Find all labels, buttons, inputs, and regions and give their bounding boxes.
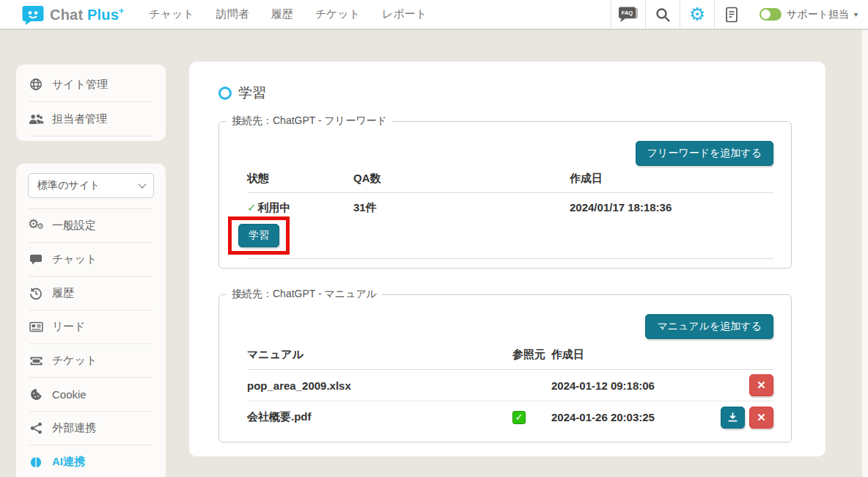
created-cell: 2024-01-26 20:03:25 <box>551 411 715 423</box>
site-select-value: 標準のサイト <box>37 179 100 192</box>
close-icon: ✕ <box>757 379 766 392</box>
learning-panel: 学習 接続先：ChatGPT - フリーワード フリーワードを追加する 状態 Q… <box>189 62 825 456</box>
settings-button[interactable]: ⚙ <box>680 0 714 29</box>
nav-item-report[interactable]: レポート <box>382 7 427 21</box>
col-header-manual: マニュアル <box>247 348 512 362</box>
col-header-created: 作成日 <box>551 348 715 362</box>
chevron-down-icon <box>138 180 146 188</box>
nav-item-chat[interactable]: チャット <box>149 7 194 21</box>
download-button[interactable] <box>721 407 745 429</box>
nav-right-tools: FAQ ⚙ サポート担当 ▾ <box>611 0 858 29</box>
sidebar-item-history[interactable]: 履歴 <box>16 277 166 310</box>
sidebar-item-label: Cookie <box>52 388 87 401</box>
manual-name: 会社概要.pdf <box>247 410 512 424</box>
learn-button[interactable]: 学習 <box>238 224 279 247</box>
row-actions: ✕ <box>715 407 773 429</box>
manual-legend: 接続先：ChatGPT - マニュアル <box>227 288 382 301</box>
manual-table: マニュアル 参照元 作成日 pop_area_2009.xlsx 2024-01… <box>247 345 773 433</box>
history-icon <box>28 287 44 300</box>
col-header-qa-count: QA数 <box>353 172 570 186</box>
top-navbar: Chat Plus+ チャット 訪問者 履歴 チケット レポート FAQ ⚙ <box>0 0 868 30</box>
page-title: 学習 <box>218 84 792 103</box>
nav-item-ticket[interactable]: チケット <box>315 7 360 21</box>
sidebar-item-general[interactable]: ⚙⚙ 一般設定 <box>16 209 166 242</box>
site-select[interactable]: 標準のサイト <box>28 173 154 198</box>
status-cell: ✓利用中 <box>247 201 353 215</box>
chevron-down-icon: ▾ <box>854 10 858 18</box>
freeword-fieldset: 接続先：ChatGPT - フリーワード フリーワードを追加する 状態 QA数 … <box>218 114 792 269</box>
table-row: ✓利用中 31件 2024/01/17 18:18:36 <box>247 193 773 216</box>
sidebar-item-cookie[interactable]: Cookie <box>16 378 166 411</box>
chat-bubble-icon <box>28 254 44 266</box>
sidebar-item-label: AI連携 <box>52 455 85 469</box>
check-icon: ✓ <box>247 201 257 214</box>
online-toggle[interactable] <box>760 8 781 21</box>
svg-text:FAQ: FAQ <box>622 10 633 16</box>
id-card-icon <box>28 321 44 332</box>
col-header-reference: 参照元 <box>512 348 551 362</box>
freeword-legend: 接続先：ChatGPT - フリーワード <box>227 114 392 128</box>
col-header-status: 状態 <box>247 172 353 186</box>
sidebar-settings-card: 標準のサイト ⚙⚙ 一般設定 チャット 履歴 <box>16 164 166 477</box>
globe-icon <box>28 78 44 91</box>
brain-icon <box>28 456 44 468</box>
reference-checkbox[interactable]: ✓ <box>512 411 526 424</box>
freeword-table: 状態 QA数 作成日 ✓利用中 31件 2024/01/17 18:18:36 … <box>247 169 773 259</box>
sidebar-item-label: チケット <box>52 354 97 368</box>
sidebar-item-chat[interactable]: チャット <box>16 243 166 276</box>
faq-icon: FAQ <box>617 6 639 23</box>
annotation-highlight-box: 学習 <box>228 216 290 255</box>
users-icon <box>28 113 44 125</box>
table-header-row: マニュアル 参照元 作成日 <box>247 345 773 370</box>
sidebar-item-label: リード <box>52 320 86 334</box>
circle-icon <box>218 87 232 100</box>
document-button[interactable] <box>714 0 749 29</box>
table-row: 会社概要.pdf ✓ 2024-01-26 20:03:25 ✕ <box>247 401 773 433</box>
delete-button[interactable]: ✕ <box>749 374 773 396</box>
learn-button-area: 学習 <box>247 218 773 259</box>
check-icon: ✓ <box>515 412 523 423</box>
manual-name: pop_area_2009.xlsx <box>247 379 512 392</box>
sidebar-item-label: チャット <box>52 252 97 266</box>
chatplus-bubble-icon <box>22 4 44 25</box>
sidebar-item-ai[interactable]: AI連携 <box>16 445 166 477</box>
status-value: 利用中 <box>258 201 291 214</box>
search-icon <box>655 7 671 23</box>
sidebar-item-site-admin[interactable]: サイト管理 <box>16 68 166 101</box>
user-menu[interactable]: サポート担当 ▾ <box>749 0 858 29</box>
manual-fieldset: 接続先：ChatGPT - マニュアル マニュアルを追加する マニュアル 参照元… <box>218 288 792 443</box>
nav-item-visitors[interactable]: 訪問者 <box>216 7 249 21</box>
ticket-icon <box>28 356 44 366</box>
sidebar-item-label: 一般設定 <box>52 219 96 233</box>
reference-cell: ✓ <box>512 411 551 424</box>
scrollbar-track[interactable] <box>862 30 868 477</box>
search-button[interactable] <box>645 0 680 29</box>
nav-item-history[interactable]: 履歴 <box>271 7 293 21</box>
sidebar-item-agent-admin[interactable]: 担当者管理 <box>16 102 166 136</box>
document-icon <box>725 7 738 23</box>
close-icon: ✕ <box>757 411 766 424</box>
delete-button[interactable]: ✕ <box>749 407 773 429</box>
sidebar-item-label: 担当者管理 <box>52 112 107 126</box>
qa-count-cell: 31件 <box>353 201 570 215</box>
sidebar-item-lead[interactable]: リード <box>16 310 166 343</box>
row-actions: ✕ <box>715 374 773 396</box>
page-title-label: 学習 <box>238 84 266 103</box>
add-manual-button[interactable]: マニュアルを追加する <box>645 314 773 339</box>
cookie-icon <box>28 388 44 401</box>
table-row: pop_area_2009.xlsx 2024-01-12 09:18:06 ✕ <box>247 370 773 401</box>
table-header-row: 状態 QA数 作成日 <box>247 169 773 193</box>
gear-icon: ⚙ <box>689 5 705 23</box>
faq-button[interactable]: FAQ <box>611 0 645 29</box>
add-freeword-button[interactable]: フリーワードを追加する <box>636 141 773 166</box>
chatplus-logo[interactable]: Chat Plus+ <box>22 4 124 25</box>
sidebar-admin-card: サイト管理 担当者管理 <box>16 65 166 141</box>
sidebar-item-external[interactable]: 外部連携 <box>16 412 166 445</box>
divider <box>29 136 152 136</box>
created-cell: 2024/01/17 18:18:36 <box>570 201 773 215</box>
created-cell: 2024-01-12 09:18:06 <box>551 379 715 392</box>
sidebar-item-label: 履歴 <box>52 286 74 300</box>
sidebar-item-ticket[interactable]: チケット <box>16 344 166 377</box>
share-icon <box>28 422 44 434</box>
download-icon <box>727 412 738 423</box>
